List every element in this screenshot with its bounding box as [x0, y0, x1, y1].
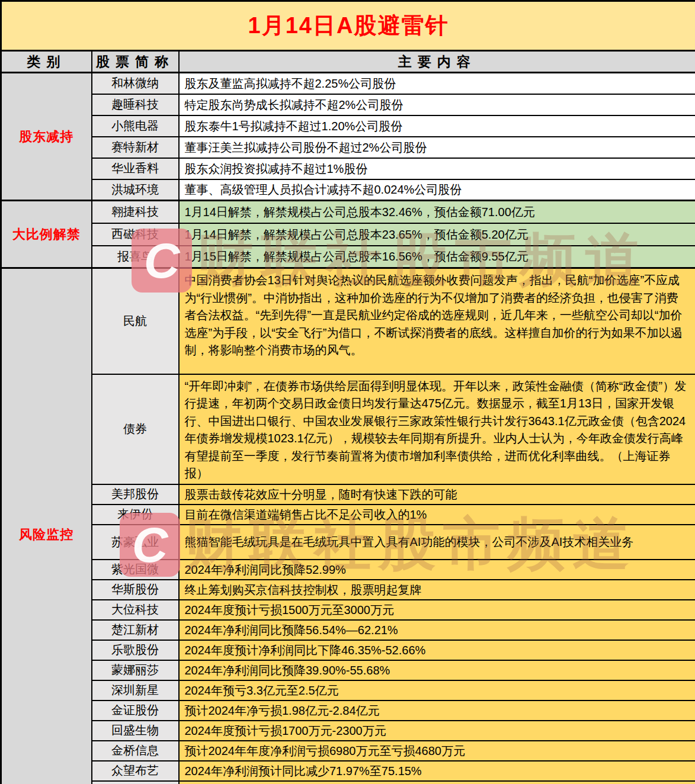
content-cell: 预计2024年净亏损1.98亿元-2.84亿元 — [179, 701, 695, 721]
content-cell: 2024年度预计净利润同比下降46.35%-52.66% — [179, 640, 695, 660]
stock-cell: 蒙娜丽莎 — [92, 660, 179, 680]
content-cell: 2024年净利润同比预降56.54%—62.21% — [179, 620, 695, 640]
stock-cell: 趣睡科技 — [92, 94, 179, 115]
table-row: 深圳新星2024年预亏3.3亿元至2.5亿元 — [1, 680, 695, 701]
content-cell: 2024年预亏3.3亿元至2.5亿元 — [179, 680, 695, 701]
stock-cell: 众望布艺 — [92, 761, 179, 781]
content-cell: 1月14日解禁，解禁规模占公司总股本23.65%，预估金额5.20亿元 — [179, 223, 695, 246]
content-cell: 2024年度预计亏损1500万元至3000万元 — [179, 600, 695, 620]
table-row: 金证股份预计2024年净亏损1.98亿元-2.84亿元 — [1, 701, 695, 721]
stock-cell: 起帆电缆 — [92, 781, 179, 784]
table-row: 美邦股份股票击鼓传花效应十分明显，随时有快速下跌的可能 — [1, 484, 695, 505]
column-header-category: 类别 — [1, 51, 92, 73]
table-row: 报喜鸟1月15日解禁，解禁规模占公司总股本16.56%，预估金额9.55亿元 — [1, 246, 695, 268]
table-row: 来伊份目前在微信渠道端销售占比不足公司收入的1% — [1, 505, 695, 525]
stock-cell: 赛特新材 — [92, 137, 179, 158]
stock-cell: 金证股份 — [92, 701, 179, 721]
category-cell: 股东减持 — [1, 73, 92, 201]
content-cell: 中国消费者协会13日针对舆论热议的民航选座额外收费问题发声，指出，民航“加价选座… — [179, 268, 695, 374]
content-cell: 股票击鼓传花效应十分明显，随时有快速下跌的可能 — [179, 484, 695, 505]
content-cell: 股东及董监高拟减持不超2.25%公司股份 — [179, 73, 695, 94]
table-row: 苏豪弘业熊猫智能毛绒玩具是在毛绒玩具中置入具有AI功能的模块，公司不涉及AI技术… — [1, 525, 695, 560]
spreadsheet-infographic: 1月14日A股避雷针 类别 股票简称 主要内容 股东减持和林微纳股东及董监高拟减… — [0, 0, 695, 784]
stock-cell: 紫光国微 — [92, 560, 179, 580]
table-row: 趣睡科技特定股东尚势成长拟减持不超2%公司股份 — [1, 94, 695, 115]
table-body: 股东减持和林微纳股东及董监高拟减持不超2.25%公司股份趣睡科技特定股东尚势成长… — [1, 73, 695, 784]
table-row: 股东减持和林微纳股东及董监高拟减持不超2.25%公司股份 — [1, 73, 695, 94]
content-cell: 目前在微信渠道端销售占比不足公司收入的1% — [179, 505, 695, 525]
content-cell: 2024年度预计亏损1700万元-2300万元 — [179, 721, 695, 741]
page-title: 1月14日A股避雷针 — [1, 1, 695, 51]
stock-cell: 回盛生物 — [92, 721, 179, 741]
header-row: 类别 股票简称 主要内容 — [1, 51, 695, 73]
stock-cell: 和林微纳 — [92, 73, 179, 94]
stock-alert-table: 1月14日A股避雷针 类别 股票简称 主要内容 股东减持和林微纳股东及董监高拟减… — [0, 0, 695, 784]
title-row: 1月14日A股避雷针 — [1, 1, 695, 51]
table-row: 蒙娜丽莎2024年净利润同比预降39.90%-55.68% — [1, 660, 695, 680]
content-cell: 预计2024年年度净利润亏损6980万元至亏损4680万元 — [179, 741, 695, 761]
stock-cell: 西磁科技 — [92, 223, 179, 246]
stock-cell: 洪城环境 — [92, 179, 179, 201]
table-row: 楚江新材2024年净利润同比预降56.54%—62.21% — [1, 620, 695, 640]
content-cell: 终止筹划购买京信科技控制权，股票明起复牌 — [179, 580, 695, 600]
content-cell: 特定股东尚势成长拟减持不超2%公司股份 — [179, 94, 695, 115]
category-cell: 大比例解禁 — [1, 201, 92, 268]
content-cell: 董事汪美兰拟减持公司股份不超过2%公司股份 — [179, 137, 695, 158]
stock-cell: 乐歌股份 — [92, 640, 179, 660]
content-cell: 熊猫智能毛绒玩具是在毛绒玩具中置入具有AI功能的模块，公司不涉及AI技术相关业务 — [179, 525, 695, 560]
stock-cell: 来伊份 — [92, 505, 179, 525]
stock-cell: 金桥信息 — [92, 741, 179, 761]
stock-cell: 民航 — [92, 268, 179, 374]
table-row: 西磁科技1月14日解禁，解禁规模占公司总股本23.65%，预估金额5.20亿元 — [1, 223, 695, 246]
stock-cell: 债券 — [92, 374, 179, 484]
stock-cell: 大位科技 — [92, 600, 179, 620]
content-cell: 2024年净利润同比预降39.90%-55.68% — [179, 660, 695, 680]
table-row: 大位科技2024年度预计亏损1500万元至3000万元 — [1, 600, 695, 620]
content-cell: 股东泰牛1号拟减持不超过1.20%公司股份 — [179, 115, 695, 137]
content-cell: 董事、高级管理人员拟合计减持不超0.024%公司股份 — [179, 179, 695, 201]
table-row: 华业香料股东众润投资拟减持不超过1%股份 — [1, 158, 695, 179]
stock-cell: 华业香料 — [92, 158, 179, 179]
content-cell: 1月15日解禁，解禁规模占公司总股本16.56%，预估金额9.55亿元 — [179, 246, 695, 268]
column-header-stock: 股票简称 — [92, 51, 179, 73]
table-row: 洪城环境董事、高级管理人员拟合计减持不超0.024%公司股份 — [1, 179, 695, 201]
content-cell: 股东众润投资拟减持不超过1%股份 — [179, 158, 695, 179]
table-row: 回盛生物2024年度预计亏损1700万元-2300万元 — [1, 721, 695, 741]
content-cell: “开年即冲刺”，在债券市场供给层面得到明显体现。开年以来，政策性金融债（简称“政… — [179, 374, 695, 484]
stock-cell: 华斯股份 — [92, 580, 179, 600]
stock-cell: 小熊电器 — [92, 115, 179, 137]
content-cell: 2024年净利润同比下降62.17%-68.09% — [179, 781, 695, 784]
stock-cell: 楚江新材 — [92, 620, 179, 640]
stock-cell: 苏豪弘业 — [92, 525, 179, 560]
table-row: 赛特新材董事汪美兰拟减持公司股份不超过2%公司股份 — [1, 137, 695, 158]
table-row: 华斯股份终止筹划购买京信科技控制权，股票明起复牌 — [1, 580, 695, 600]
table-row: 紫光国微2024年净利润同比预降52.99% — [1, 560, 695, 580]
table-row: 起帆电缆2024年净利润同比下降62.17%-68.09% — [1, 781, 695, 784]
table-row: 众望布艺2024年净利润预计同比减少71.97%至75.15% — [1, 761, 695, 781]
table-row: 债券“开年即冲刺”，在债券市场供给层面得到明显体现。开年以来，政策性金融债（简称… — [1, 374, 695, 484]
content-cell: 2024年净利润同比预降52.99% — [179, 560, 695, 580]
stock-cell: 美邦股份 — [92, 484, 179, 505]
column-header-content: 主要内容 — [179, 51, 695, 73]
category-cell: 风险监控 — [1, 268, 92, 784]
stock-cell: 报喜鸟 — [92, 246, 179, 268]
table-row: 乐歌股份2024年度预计净利润同比下降46.35%-52.66% — [1, 640, 695, 660]
content-cell: 2024年净利润预计同比减少71.97%至75.15% — [179, 761, 695, 781]
content-cell: 1月14日解禁，解禁规模占公司总股本32.46%，预估金额71.00亿元 — [179, 201, 695, 223]
stock-cell: 深圳新星 — [92, 680, 179, 701]
table-row: 风险监控民航中国消费者协会13日针对舆论热议的民航选座额外收费问题发声，指出，民… — [1, 268, 695, 374]
stock-cell: 翱捷科技 — [92, 201, 179, 223]
table-row: 小熊电器股东泰牛1号拟减持不超过1.20%公司股份 — [1, 115, 695, 137]
table-row: 大比例解禁翱捷科技1月14日解禁，解禁规模占公司总股本32.46%，预估金额71… — [1, 201, 695, 223]
table-row: 金桥信息预计2024年年度净利润亏损6980万元至亏损4680万元 — [1, 741, 695, 761]
